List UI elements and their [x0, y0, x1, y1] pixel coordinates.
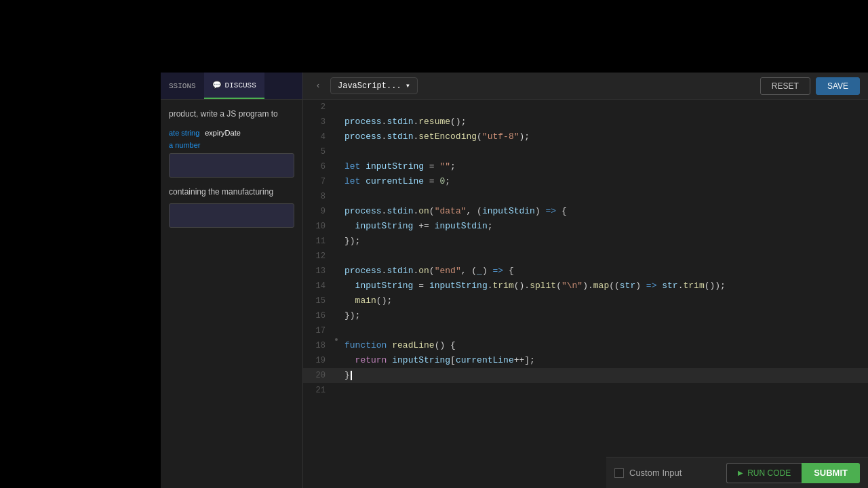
var2-type: a number — [169, 141, 200, 149]
input-box-2 — [169, 203, 294, 228]
code-line-8: 8 — [303, 189, 868, 204]
save-button[interactable]: SAVE — [816, 77, 860, 95]
custom-input-area: Custom Input — [614, 468, 682, 478]
chevron-down-icon: ▾ — [406, 81, 410, 91]
var-row-2: a number — [169, 141, 294, 149]
var1-type: ate string — [169, 129, 199, 137]
reset-button[interactable]: RESET — [760, 77, 810, 95]
tab-discuss-label: DISCUSS — [225, 81, 256, 89]
toolbar-left: ‹ JavaScript... ▾ — [311, 77, 418, 94]
code-editor[interactable]: 2 3 process.stdin.resume(); 4 process.st… — [303, 100, 868, 488]
run-code-button[interactable]: ▶ RUN CODE — [726, 463, 802, 483]
code-line-18: 18 function readLine() { — [303, 338, 868, 353]
left-panel: SSIONS 💬 DISCUSS product, write a JS pro… — [161, 73, 303, 488]
language-label: JavaScript... — [338, 81, 401, 91]
collapse-icon: ‹ — [315, 81, 320, 91]
var1-name: expiryDate — [205, 129, 241, 137]
code-toolbar: ‹ JavaScript... ▾ RESET SAVE — [303, 73, 868, 100]
code-line-17: 17 — [303, 323, 868, 338]
code-line-3: 3 process.stdin.resume(); — [303, 115, 868, 129]
bottom-right-actions: ▶ RUN CODE SUBMIT — [726, 463, 860, 483]
code-line-19: 19 return inputString[currentLine++]; — [303, 353, 868, 368]
code-line-5: 5 — [303, 144, 868, 159]
code-line-21: 21 — [303, 383, 868, 398]
code-line-6: 6 let inputString = ""; — [303, 159, 868, 174]
code-line-16: 16 }); — [303, 308, 868, 323]
tab-discuss[interactable]: 💬 DISCUSS — [204, 73, 264, 99]
play-icon: ▶ — [738, 469, 743, 476]
tab-submissions-label: SSIONS — [169, 82, 196, 90]
code-line-13: 13 process.stdin.on("end", (_) => { — [303, 264, 868, 279]
custom-input-checkbox[interactable] — [614, 468, 624, 478]
code-line-7: 7 let currentLine = 0; — [303, 174, 868, 189]
section-text: containing the manufacturing — [169, 186, 294, 198]
language-selector[interactable]: JavaScript... ▾ — [330, 77, 418, 94]
tab-submissions[interactable]: SSIONS — [161, 73, 204, 99]
code-line-4: 4 process.stdin.setEncoding("utf-8"); — [303, 129, 868, 144]
problem-text: product, write a JS program to — [169, 108, 294, 121]
submit-button[interactable]: SUBMIT — [802, 463, 860, 483]
bottom-bar: Custom Input ▶ RUN CODE SUBMIT — [606, 457, 868, 488]
left-panel-content: product, write a JS program to ate strin… — [161, 100, 302, 488]
input-box-1 — [169, 153, 294, 178]
toolbar-right: RESET SAVE — [760, 77, 860, 95]
code-line-10: 10 inputString += inputStdin; — [303, 219, 868, 234]
code-line-11: 11 }); — [303, 234, 868, 249]
code-line-20: 20 } — [303, 368, 868, 383]
code-line-15: 15 main(); — [303, 293, 868, 308]
code-editor-area: ‹ JavaScript... ▾ RESET SAVE 2 3 process… — [303, 73, 868, 488]
var-row-1: ate string expiryDate — [169, 129, 294, 137]
discuss-icon: 💬 — [212, 81, 222, 89]
custom-input-label: Custom Input — [629, 468, 682, 478]
code-line-12: 12 — [303, 249, 868, 264]
collapse-button[interactable]: ‹ — [311, 79, 325, 93]
left-panel-tabs: SSIONS 💬 DISCUSS — [161, 73, 302, 100]
run-code-label: RUN CODE — [747, 468, 791, 478]
code-line-9: 9 process.stdin.on("data", (inputStdin) … — [303, 204, 868, 219]
code-line-14: 14 inputString = inputString.trim().spli… — [303, 279, 868, 293]
code-line-2: 2 — [303, 100, 868, 115]
